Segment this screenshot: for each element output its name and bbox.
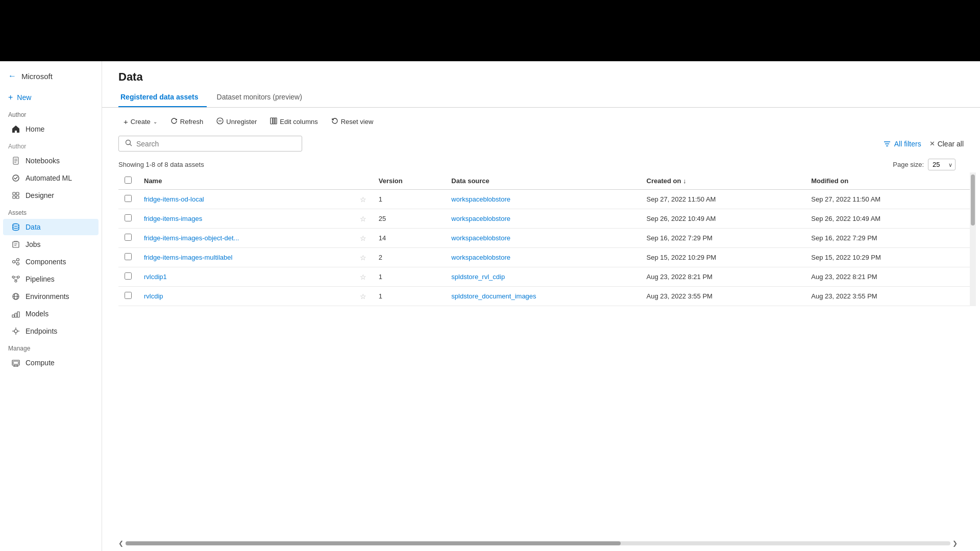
clear-all-button[interactable]: ✕ Clear all bbox=[929, 140, 964, 148]
search-input[interactable] bbox=[136, 140, 296, 148]
cell-star[interactable]: ☆ bbox=[354, 248, 373, 267]
sidebar-item-home[interactable]: Home bbox=[3, 121, 99, 137]
pipelines-icon bbox=[11, 274, 20, 284]
cell-name[interactable]: fridge-items-od-local bbox=[138, 190, 354, 209]
sidebar-item-compute[interactable]: Compute bbox=[3, 355, 99, 371]
row-checkbox[interactable] bbox=[125, 234, 132, 241]
sidebar-item-designer[interactable]: Designer bbox=[3, 187, 99, 204]
environments-icon bbox=[11, 292, 20, 301]
sidebar-item-jobs[interactable]: Jobs bbox=[3, 236, 99, 253]
sidebar-item-automated-ml[interactable]: Automated ML bbox=[3, 170, 99, 186]
cell-version: 1 bbox=[373, 267, 446, 287]
row-checkbox[interactable] bbox=[125, 214, 132, 221]
cell-datasource[interactable]: workspaceblobstore bbox=[445, 190, 640, 209]
cell-star[interactable]: ☆ bbox=[354, 190, 373, 209]
assets-section-label: Assets bbox=[0, 204, 102, 218]
page-size-select[interactable]: 25 50 100 bbox=[928, 159, 955, 170]
cell-name[interactable]: fridge-items-images-multilabel bbox=[138, 248, 354, 267]
cell-name[interactable]: fridge-items-images-object-det... bbox=[138, 229, 354, 248]
search-filter-row: All filters ✕ Clear all bbox=[102, 136, 980, 157]
table-row: rvlcdip ☆ 1 spldstore_document_images Au… bbox=[118, 287, 970, 306]
clear-all-label: Clear all bbox=[938, 140, 964, 148]
plus-icon: + bbox=[8, 93, 13, 102]
star-icon[interactable]: ☆ bbox=[360, 195, 366, 204]
data-table: Name Version Data source Created on ↓ Mo… bbox=[118, 172, 970, 306]
scroll-right-arrow[interactable]: ❯ bbox=[952, 540, 958, 547]
page-title: Data bbox=[102, 61, 980, 89]
col-version[interactable]: Version bbox=[373, 172, 446, 190]
cell-datasource[interactable]: workspaceblobstore bbox=[445, 209, 640, 229]
sidebar-item-label: Jobs bbox=[26, 240, 41, 248]
sidebar-item-data[interactable]: Data bbox=[3, 219, 99, 235]
unregister-button[interactable]: Unregister bbox=[211, 115, 262, 129]
cell-version: 25 bbox=[373, 209, 446, 229]
search-icon bbox=[125, 139, 132, 148]
all-filters-button[interactable]: All filters bbox=[883, 140, 921, 148]
sidebar-item-components[interactable]: Components bbox=[3, 254, 99, 270]
col-modified-on[interactable]: Modified on bbox=[805, 172, 970, 190]
star-icon[interactable]: ☆ bbox=[360, 234, 366, 242]
svg-point-19 bbox=[17, 276, 19, 278]
horizontal-scroll-container: ❮ ❯ bbox=[102, 538, 980, 551]
sidebar-item-notebooks[interactable]: Notebooks bbox=[3, 153, 99, 169]
horizontal-scrollbar-thumb bbox=[126, 541, 621, 545]
svg-rect-28 bbox=[15, 313, 17, 317]
table-row: fridge-items-images-object-det... ☆ 14 w… bbox=[118, 229, 970, 248]
cell-name[interactable]: rvlcdip bbox=[138, 287, 354, 306]
tab-dataset-monitors[interactable]: Dataset monitors (preview) bbox=[215, 89, 310, 107]
cell-datasource[interactable]: spldstore_rvl_cdip bbox=[445, 267, 640, 287]
unregister-label: Unregister bbox=[226, 118, 257, 126]
cell-star[interactable]: ☆ bbox=[354, 287, 373, 306]
author-label: Author bbox=[0, 138, 102, 152]
sidebar-item-models[interactable]: Models bbox=[3, 306, 99, 322]
cell-version: 1 bbox=[373, 190, 446, 209]
tab-registered-data-assets[interactable]: Registered data assets bbox=[118, 89, 207, 107]
star-icon[interactable]: ☆ bbox=[360, 273, 366, 281]
sidebar-item-label: Home bbox=[26, 125, 44, 133]
page-size-row: Page size: 25 50 100 bbox=[893, 159, 955, 170]
showing-text: Showing 1-8 of 8 data assets bbox=[118, 161, 204, 168]
create-button[interactable]: + Create ⌄ bbox=[118, 115, 162, 129]
cell-name[interactable]: fridge-items-images bbox=[138, 209, 354, 229]
sidebar-brand[interactable]: ← Microsoft bbox=[0, 66, 102, 89]
row-checkbox[interactable] bbox=[125, 253, 132, 260]
svg-point-14 bbox=[17, 259, 19, 261]
row-checkbox[interactable] bbox=[125, 292, 132, 299]
star-icon[interactable]: ☆ bbox=[360, 215, 366, 223]
star-icon[interactable]: ☆ bbox=[360, 254, 366, 262]
cell-datasource[interactable]: workspaceblobstore bbox=[445, 248, 640, 267]
sidebar-item-pipelines[interactable]: Pipelines bbox=[3, 271, 99, 287]
cell-datasource[interactable]: spldstore_document_images bbox=[445, 287, 640, 306]
notebooks-icon bbox=[11, 156, 20, 165]
new-button[interactable]: + New bbox=[0, 89, 102, 106]
table-meta-row: Showing 1-8 of 8 data assets Page size: … bbox=[102, 157, 980, 172]
all-filters-label: All filters bbox=[894, 140, 921, 148]
cell-name[interactable]: rvlcdip1 bbox=[138, 267, 354, 287]
vertical-scrollbar[interactable] bbox=[970, 172, 976, 306]
cell-star[interactable]: ☆ bbox=[354, 209, 373, 229]
sidebar-item-endpoints[interactable]: Endpoints bbox=[3, 323, 99, 339]
table-row: fridge-items-images-multilabel ☆ 2 works… bbox=[118, 248, 970, 267]
star-icon[interactable]: ☆ bbox=[360, 292, 366, 300]
col-created-on[interactable]: Created on ↓ bbox=[641, 172, 805, 190]
cell-datasource[interactable]: workspaceblobstore bbox=[445, 229, 640, 248]
col-name[interactable]: Name bbox=[138, 172, 354, 190]
edit-columns-button[interactable]: Edit columns bbox=[265, 115, 323, 129]
scroll-left-arrow[interactable]: ❮ bbox=[118, 540, 124, 547]
sidebar-item-environments[interactable]: Environments bbox=[3, 288, 99, 305]
sidebar-item-label: Endpoints bbox=[26, 327, 57, 335]
cell-star[interactable]: ☆ bbox=[354, 267, 373, 287]
row-checkbox[interactable] bbox=[125, 195, 132, 202]
main-content: Data Registered data assets Dataset moni… bbox=[102, 61, 980, 551]
refresh-button[interactable]: Refresh bbox=[165, 115, 209, 129]
select-all-checkbox[interactable] bbox=[125, 177, 132, 184]
sidebar-item-label: Components bbox=[26, 258, 66, 266]
search-box-container bbox=[118, 136, 302, 152]
create-label: Create bbox=[131, 118, 151, 126]
col-datasource[interactable]: Data source bbox=[445, 172, 640, 190]
reset-view-button[interactable]: Reset view bbox=[326, 115, 379, 129]
row-checkbox[interactable] bbox=[125, 272, 132, 280]
cell-version: 2 bbox=[373, 248, 446, 267]
cell-star[interactable]: ☆ bbox=[354, 229, 373, 248]
horizontal-scrollbar[interactable] bbox=[126, 541, 950, 545]
